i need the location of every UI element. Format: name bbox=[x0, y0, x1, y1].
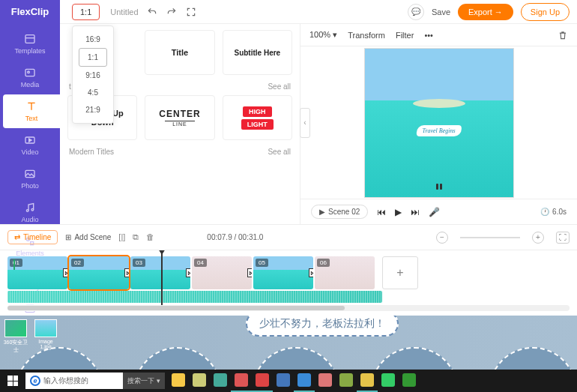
clip-05[interactable]: 05⋈ bbox=[253, 256, 313, 289]
desktop-icon-image[interactable]: Image 1.jpg bbox=[33, 319, 58, 354]
undo-icon[interactable] bbox=[146, 6, 158, 18]
fit-icon[interactable]: ⛶ bbox=[556, 232, 570, 244]
clip-04[interactable]: 04⋈ bbox=[192, 256, 252, 289]
app-window: FlexClip 1:1 Untitled 💬 Save Export → Si… bbox=[0, 0, 577, 316]
timeline-clips: 01⋈ 02⋈ 03⋈ 04⋈ 05⋈ 06 + bbox=[0, 250, 577, 316]
svg-rect-0 bbox=[25, 35, 34, 43]
more-icon[interactable]: ••• bbox=[424, 31, 433, 40]
sidebar: Templates Media Text Video Photo Audio E… bbox=[0, 24, 60, 224]
timeline-time: 00:07.9 / 00:31.0 bbox=[207, 233, 263, 241]
copy-icon[interactable]: ⧉ bbox=[133, 232, 139, 242]
add-scene-button[interactable]: ⊞ Add Scene bbox=[65, 233, 111, 241]
svg-point-5 bbox=[26, 210, 28, 212]
delete-icon[interactable] bbox=[558, 30, 568, 40]
text-card-center[interactable]: CENTERLINE bbox=[145, 95, 214, 140]
taskbar-app[interactable] bbox=[357, 370, 378, 392]
taskbar-app[interactable] bbox=[399, 370, 420, 392]
timeline-mode-button[interactable]: ⇄ Timeline bbox=[7, 230, 58, 244]
zoom-slider[interactable] bbox=[460, 237, 520, 238]
sidebar-item-video[interactable]: Video bbox=[0, 128, 60, 162]
taskbar-search[interactable]: e输入你想搜的 bbox=[25, 373, 123, 389]
ie-icon: e bbox=[30, 376, 40, 386]
timeline-toolbar: ⇄ Timeline ⊞ Add Scene [|] ⧉ 🗑 00:07.9 /… bbox=[0, 224, 577, 250]
see-all-link-2[interactable]: See all bbox=[268, 148, 291, 156]
taskbar-app[interactable] bbox=[336, 370, 357, 392]
logo: FlexClip bbox=[0, 0, 60, 24]
clip-02[interactable]: 02⋈ bbox=[69, 256, 129, 289]
sidebar-item-text[interactable]: Text bbox=[3, 94, 60, 128]
taskbar-app[interactable] bbox=[315, 370, 336, 392]
signup-button[interactable]: Sign Up bbox=[521, 3, 570, 21]
playhead[interactable] bbox=[161, 250, 163, 305]
text-card-highlight[interactable]: HIGHLIGHT bbox=[223, 95, 292, 140]
save-button[interactable]: Save bbox=[432, 7, 450, 16]
taskbar-app[interactable] bbox=[210, 370, 231, 392]
taskbar-app[interactable] bbox=[252, 370, 273, 392]
sidebar-item-photo[interactable]: Photo bbox=[0, 162, 60, 196]
collapse-handle[interactable]: ‹ bbox=[300, 108, 310, 138]
ratio-dropdown: 16:9 1:1 9:16 4:5 21:9 bbox=[72, 25, 114, 124]
ratio-option-1-1[interactable]: 1:1 bbox=[79, 48, 107, 67]
svg-point-2 bbox=[28, 71, 30, 73]
search-dropdown[interactable]: 搜索一下 ▾ bbox=[123, 373, 165, 389]
add-clip-button[interactable]: + bbox=[382, 256, 418, 289]
clip-06[interactable]: 06 bbox=[315, 256, 375, 289]
ratio-option-21-9[interactable]: 21:9 bbox=[73, 101, 113, 118]
taskbar-app[interactable] bbox=[168, 370, 189, 392]
filter-button[interactable]: Filter bbox=[396, 31, 414, 40]
zoom-out-icon[interactable]: − bbox=[436, 232, 448, 244]
clip-03[interactable]: 03⋈ bbox=[130, 256, 190, 289]
desktop-icons: 360安全卫士 Image 1.jpg bbox=[3, 319, 58, 354]
redo-icon[interactable] bbox=[166, 6, 178, 18]
ratio-option-16-9[interactable]: 16:9 bbox=[73, 31, 113, 48]
text-card-subtitle[interactable]: Subtitle Here bbox=[223, 30, 292, 75]
timeline-scrollbar[interactable] bbox=[7, 305, 570, 311]
play-icon[interactable]: ▶ bbox=[395, 207, 402, 217]
zoom-dropdown[interactable]: 100% ▾ bbox=[309, 30, 337, 40]
section-label: t bbox=[69, 82, 71, 91]
aspect-ratio-button[interactable]: 1:1 bbox=[72, 4, 100, 20]
next-scene-icon[interactable]: ⏭ bbox=[411, 207, 420, 217]
prev-scene-icon[interactable]: ⏮ bbox=[377, 207, 386, 217]
start-button[interactable] bbox=[0, 370, 25, 392]
split-icon[interactable]: [|] bbox=[118, 232, 125, 242]
project-title[interactable]: Untitled bbox=[110, 7, 138, 16]
mic-icon[interactable]: 🎤 bbox=[429, 207, 440, 217]
wallpaper-text: 少壮不努力，老板法拉利！ bbox=[246, 316, 399, 337]
see-all-link[interactable]: See all bbox=[268, 82, 291, 91]
ratio-option-9-16[interactable]: 9:16 bbox=[73, 67, 113, 84]
export-button[interactable]: Export → bbox=[458, 4, 513, 20]
taskbar-app[interactable] bbox=[294, 370, 315, 392]
scene-duration[interactable]: 🕐 6.0s bbox=[540, 208, 567, 216]
audio-track[interactable] bbox=[7, 291, 382, 303]
text-overlay[interactable]: Travel Begins bbox=[416, 125, 461, 136]
taskbar: e输入你想搜的 搜索一下 ▾ bbox=[0, 370, 577, 392]
taskbar-app[interactable] bbox=[378, 370, 399, 392]
transform-button[interactable]: Transform bbox=[348, 31, 385, 40]
topbar: FlexClip 1:1 Untitled 💬 Save Export → Si… bbox=[0, 0, 577, 24]
desktop-wallpaper: 少壮不努力，老板法拉利！ bbox=[0, 316, 577, 370]
desktop-icon-360[interactable]: 360安全卫士 bbox=[3, 319, 28, 354]
zoom-in-icon[interactable]: + bbox=[532, 232, 544, 244]
scene-play-button[interactable]: ▶ Scene 02 bbox=[311, 205, 368, 219]
svg-rect-1 bbox=[25, 69, 34, 76]
section-label-2: Modern Titles bbox=[69, 148, 114, 156]
preview-canvas[interactable]: Travel Begins bbox=[364, 48, 514, 198]
taskbar-app[interactable] bbox=[273, 370, 294, 392]
ratio-option-4-5[interactable]: 4:5 bbox=[73, 84, 113, 101]
svg-point-6 bbox=[31, 208, 34, 211]
fullscreen-icon[interactable] bbox=[185, 6, 197, 18]
clip-01[interactable]: 01⋈ bbox=[7, 256, 67, 289]
preview-panel: 100% ▾ Transform Filter ••• ‹ Travel Beg… bbox=[300, 24, 577, 224]
taskbar-app[interactable] bbox=[231, 370, 252, 392]
sidebar-item-templates[interactable]: Templates bbox=[0, 27, 60, 61]
text-card-title[interactable]: Title bbox=[145, 30, 214, 75]
taskbar-app[interactable] bbox=[189, 370, 210, 392]
delete-clip-icon[interactable]: 🗑 bbox=[146, 232, 154, 242]
chat-icon[interactable]: 💬 bbox=[408, 4, 424, 20]
sidebar-item-media[interactable]: Media bbox=[0, 61, 60, 94]
